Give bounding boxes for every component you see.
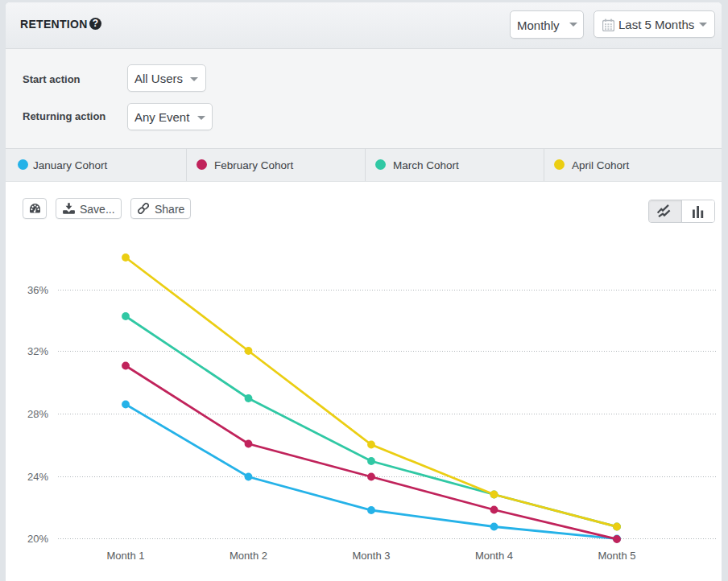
svg-text:Month 3: Month 3 bbox=[353, 550, 391, 562]
svg-text:32%: 32% bbox=[27, 345, 48, 357]
svg-text:Month 4: Month 4 bbox=[475, 550, 513, 562]
svg-text:24%: 24% bbox=[27, 471, 48, 483]
svg-text:Month 2: Month 2 bbox=[230, 550, 267, 562]
svg-text:28%: 28% bbox=[27, 408, 48, 420]
svg-text:Month 5: Month 5 bbox=[598, 550, 636, 562]
svg-text:36%: 36% bbox=[27, 284, 48, 296]
svg-text:20%: 20% bbox=[27, 533, 48, 545]
svg-text:Month 1: Month 1 bbox=[107, 550, 145, 562]
